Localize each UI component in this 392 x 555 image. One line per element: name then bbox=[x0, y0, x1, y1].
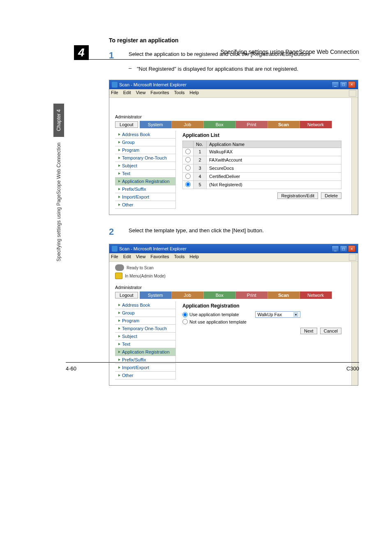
col-no: No. bbox=[194, 141, 207, 148]
tab-scan[interactable]: Scan bbox=[268, 121, 300, 128]
menu-tools[interactable]: Tools bbox=[174, 90, 185, 97]
menu-view[interactable]: View bbox=[136, 90, 146, 97]
header-rule bbox=[74, 59, 359, 60]
logout-button[interactable]: Logout bbox=[115, 121, 138, 128]
maximize-button[interactable]: □ bbox=[340, 245, 347, 252]
next-button[interactable]: Next bbox=[300, 328, 317, 334]
app-radio-2[interactable] bbox=[185, 157, 191, 162]
row-no: 1 bbox=[194, 148, 207, 156]
window-titlebar: Scan - Microsoft Internet Explorer _ □ × bbox=[109, 244, 358, 253]
sidebar-item-subject[interactable]: Subject bbox=[115, 333, 175, 340]
step-number-2: 2 bbox=[109, 227, 129, 237]
triangle-icon bbox=[118, 188, 120, 190]
table-row: 3 SecureDocs bbox=[183, 164, 341, 172]
sidebar-item-address-book[interactable]: Address Book bbox=[115, 301, 175, 309]
tab-system[interactable]: System bbox=[140, 291, 172, 299]
close-button[interactable]: × bbox=[348, 245, 355, 252]
chevron-down-icon: ▾ bbox=[293, 312, 298, 317]
menu-favorites[interactable]: Favorites bbox=[150, 90, 169, 97]
table-row: 5 (Not Registered) bbox=[183, 180, 341, 189]
tab-scan[interactable]: Scan bbox=[268, 291, 300, 299]
sidebar-item-text[interactable]: Text bbox=[115, 170, 175, 178]
sidebar-item-import-export[interactable]: Import/Export bbox=[115, 193, 175, 201]
not-use-template-radio[interactable] bbox=[182, 319, 188, 324]
minimize-button[interactable]: _ bbox=[332, 245, 339, 252]
sidebar-item-prefix-suffix[interactable]: Prefix/Suffix bbox=[115, 356, 175, 364]
sidebar-item-other[interactable]: Other bbox=[115, 201, 175, 209]
app-radio-5[interactable] bbox=[185, 182, 191, 187]
tab-system[interactable]: System bbox=[140, 121, 172, 128]
maximize-button[interactable]: □ bbox=[340, 81, 347, 88]
sidebar-item-label: Other bbox=[122, 202, 134, 207]
sidebar-item-subject[interactable]: Subject bbox=[115, 162, 175, 170]
step-2-text: Select the template type, and then click… bbox=[129, 227, 359, 237]
menu-view[interactable]: View bbox=[136, 254, 146, 261]
window-title: Scan - Microsoft Internet Explorer bbox=[119, 246, 332, 251]
sidebar-item-temporary[interactable]: Temporary One-Touch bbox=[115, 154, 175, 162]
sidebar-item-program[interactable]: Program bbox=[115, 317, 175, 325]
sidebar-item-temporary[interactable]: Temporary One-Touch bbox=[115, 325, 175, 333]
sidebar-item-text[interactable]: Text bbox=[115, 340, 175, 348]
sidebar-item-other[interactable]: Other bbox=[115, 372, 175, 379]
delete-button[interactable]: Delete bbox=[321, 192, 341, 199]
registration-edit-button[interactable]: Registration/Edit bbox=[277, 192, 318, 199]
sidebar-item-application-registration[interactable]: Application Registration bbox=[115, 348, 175, 356]
tab-box[interactable]: Box bbox=[204, 121, 236, 128]
scrollbar[interactable] bbox=[351, 98, 358, 215]
app-radio-4[interactable] bbox=[185, 173, 191, 179]
menu-edit[interactable]: Edit bbox=[123, 254, 131, 261]
app-radio-1[interactable] bbox=[185, 149, 191, 154]
triangle-icon bbox=[118, 164, 120, 167]
menu-edit[interactable]: Edit bbox=[123, 90, 131, 97]
side-tab: Specifying settings using PageScope Web … bbox=[53, 104, 64, 267]
sidebar-item-address-book[interactable]: Address Book bbox=[115, 131, 175, 139]
tab-job[interactable]: Job bbox=[172, 291, 204, 299]
tab-print[interactable]: Print bbox=[236, 121, 268, 128]
sidebar-item-label: Subject bbox=[122, 163, 137, 168]
row-name: (Not Registered) bbox=[207, 180, 341, 189]
sidebar-item-label: Text bbox=[122, 342, 130, 347]
menu-favorites[interactable]: Favorites bbox=[150, 254, 169, 261]
sidebar-item-group[interactable]: Group bbox=[115, 309, 175, 317]
minimize-button[interactable]: _ bbox=[332, 81, 339, 88]
logout-button[interactable]: Logout bbox=[115, 292, 138, 298]
template-dropdown[interactable]: WalkUp Fax ▾ bbox=[255, 311, 300, 318]
row-name: WalkupFAX bbox=[207, 148, 341, 156]
tab-network[interactable]: Network bbox=[300, 291, 332, 299]
sidebar: Address Book Group Program Temporary One… bbox=[115, 131, 176, 209]
menu-file[interactable]: File bbox=[111, 90, 118, 97]
menu-tools[interactable]: Tools bbox=[174, 254, 185, 261]
right-panel: Application List No. Application Name bbox=[176, 131, 346, 209]
close-button[interactable]: × bbox=[348, 81, 355, 88]
tab-job[interactable]: Job bbox=[172, 121, 204, 128]
app-radio-3[interactable] bbox=[185, 165, 191, 171]
sidebar-item-label: Text bbox=[122, 171, 130, 176]
sidebar-item-application-registration[interactable]: Application Registration bbox=[115, 178, 175, 185]
sidebar-item-label: Application Registration bbox=[122, 349, 170, 354]
tab-print[interactable]: Print bbox=[236, 291, 268, 299]
sidebar-item-program[interactable]: Program bbox=[115, 146, 175, 154]
administrator-label: Administrator bbox=[115, 114, 346, 119]
sidebar-item-label: Address Book bbox=[122, 132, 150, 137]
triangle-icon bbox=[118, 180, 120, 183]
menubar: File Edit View Favorites Tools Help bbox=[109, 253, 358, 262]
triangle-icon bbox=[118, 319, 120, 322]
row-no: 5 bbox=[194, 180, 207, 189]
cancel-button[interactable]: Cancel bbox=[320, 328, 341, 334]
menu-help[interactable]: Help bbox=[189, 254, 199, 261]
tab-network[interactable]: Network bbox=[300, 121, 332, 128]
not-use-template-label: Not use application template bbox=[189, 319, 247, 324]
sidebar-item-group[interactable]: Group bbox=[115, 139, 175, 146]
dash-icon: – bbox=[129, 65, 137, 73]
tab-box[interactable]: Box bbox=[204, 291, 236, 299]
section-heading: To register an application bbox=[109, 37, 359, 44]
footer-rule bbox=[66, 362, 359, 363]
menu-file[interactable]: File bbox=[111, 254, 118, 261]
sidebar-item-label: Address Book bbox=[122, 303, 150, 308]
use-template-radio[interactable] bbox=[182, 312, 188, 317]
menu-help[interactable]: Help bbox=[189, 90, 199, 97]
row-name: SecureDocs bbox=[207, 164, 341, 172]
sidebar-item-prefix-suffix[interactable]: Prefix/Suffix bbox=[115, 185, 175, 193]
triangle-icon bbox=[118, 141, 120, 143]
sidebar-item-label: Prefix/Suffix bbox=[122, 357, 146, 362]
